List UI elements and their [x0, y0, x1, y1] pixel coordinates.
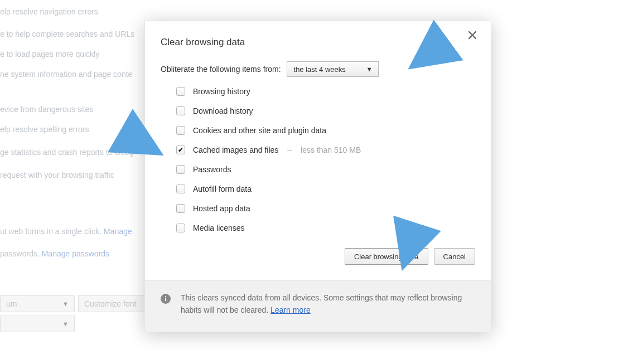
dialog-title: Clear browsing data — [161, 37, 475, 48]
dialog-actions: Clear browsing data Cancel — [145, 248, 491, 280]
checkbox[interactable] — [176, 145, 185, 154]
checkbox[interactable] — [176, 204, 185, 213]
option-hosted-app-data[interactable]: Hosted app data — [176, 204, 475, 213]
clear-browsing-data-dialog: Clear browsing data Obliterate the follo… — [144, 21, 491, 332]
option-browsing-history[interactable]: Browsing history — [176, 87, 475, 96]
option-passwords[interactable]: Passwords — [176, 165, 475, 174]
footer-text-wrap: This clears synced data from all devices… — [181, 292, 475, 316]
option-download-history[interactable]: Download history — [176, 106, 475, 115]
option-label: Autofill form data — [193, 185, 252, 193]
options-list: Browsing history Download history Cookie… — [161, 87, 475, 232]
checkbox[interactable] — [176, 126, 185, 135]
chevron-down-icon: ▼ — [366, 66, 373, 72]
option-label: Browsing history — [193, 87, 250, 96]
cancel-button[interactable]: Cancel — [434, 248, 475, 265]
option-cached-images[interactable]: Cached images and files – less than 510 … — [176, 145, 475, 154]
option-cookies[interactable]: Cookies and other site and plugin data — [176, 126, 475, 135]
checkbox[interactable] — [176, 165, 185, 174]
checkbox[interactable] — [176, 87, 185, 96]
option-label: Hosted app data — [193, 204, 250, 213]
option-subtext: less than 510 MB — [301, 145, 361, 154]
option-label: Cached images and files — [193, 145, 278, 154]
footer-text: This clears synced data from all devices… — [181, 293, 462, 314]
close-button[interactable] — [468, 31, 479, 41]
info-icon: i — [161, 294, 171, 304]
obliterate-label: Obliterate the following items from: — [161, 65, 281, 74]
time-range-value: the last 4 weeks — [294, 65, 346, 74]
modal-overlay: Clear browsing data Obliterate the follo… — [0, 0, 633, 364]
option-autofill[interactable]: Autofill form data — [176, 185, 475, 193]
checkbox[interactable] — [176, 224, 185, 232]
time-range-select[interactable]: the last 4 weeks ▼ — [287, 61, 379, 77]
option-label: Download history — [193, 106, 253, 115]
option-label: Media licenses — [193, 224, 245, 232]
checkbox[interactable] — [176, 185, 185, 193]
option-label: Passwords — [193, 165, 231, 174]
option-media-licenses[interactable]: Media licenses — [176, 224, 475, 232]
learn-more-link[interactable]: Learn more — [270, 305, 311, 314]
separator: – — [286, 145, 293, 154]
clear-browsing-data-button[interactable]: Clear browsing data — [345, 248, 428, 265]
close-icon — [468, 31, 476, 39]
checkbox[interactable] — [176, 106, 185, 115]
dialog-footer: i This clears synced data from all devic… — [145, 280, 491, 332]
option-label: Cookies and other site and plugin data — [193, 126, 326, 135]
